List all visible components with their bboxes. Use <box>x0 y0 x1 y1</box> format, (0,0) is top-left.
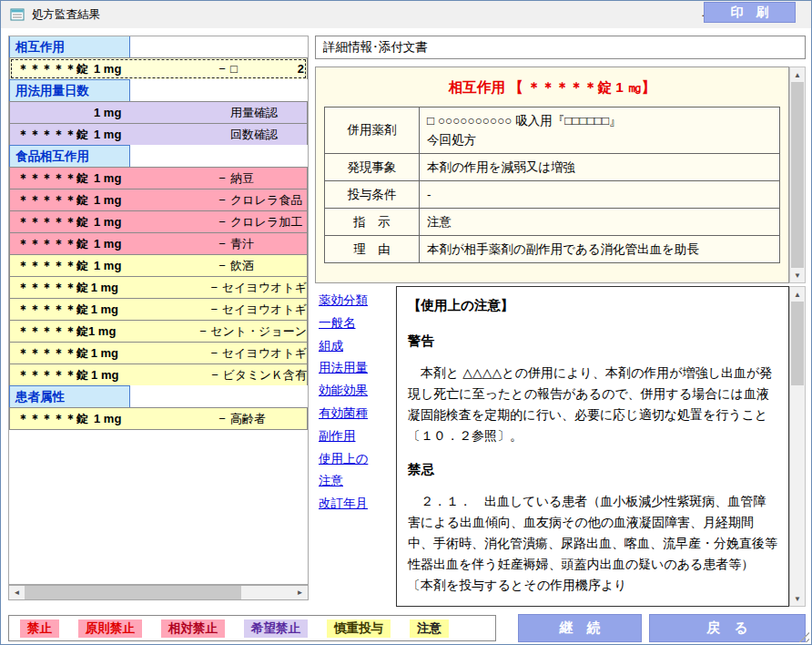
section-header: 用法用量日数 <box>9 79 130 102</box>
detail-row: 併用薬剤□ ○○○○○○○○○○ 吸入用『□□□□□□』 今回処方 <box>324 107 780 154</box>
back-button[interactable]: 戻 る <box>649 614 806 642</box>
doc-link[interactable]: 使用上の <box>319 448 395 471</box>
detail-row-label: 指 示 <box>325 209 420 235</box>
drug-dose: 1 mg <box>94 237 214 251</box>
scroll-up-icon[interactable]: ▲ <box>790 287 805 302</box>
dash-separator: − <box>214 171 230 185</box>
section-header: 食品相互作用 <box>9 145 130 168</box>
detail-row: 投与条件- <box>324 180 780 209</box>
drug-dose: 1 mg <box>94 171 214 185</box>
detail-row: 指 示注意 <box>324 208 780 236</box>
section-header-row: 患者属性 <box>9 385 308 408</box>
result-list: 相互作用＊＊＊＊＊錠1 mg−□2用法用量日数1 mg用量確認＊＊＊＊＊錠1 m… <box>9 36 308 430</box>
document-heading: 【使用上の注意】 <box>408 295 777 316</box>
drug-name: ＊＊＊＊＊錠 <box>10 367 91 384</box>
document-body: 警告本剤と △△△△との併用により、本剤の作用が増強し出血が発現し死亡に至ったと… <box>408 331 777 596</box>
print-button[interactable]: 印 刷 <box>704 2 796 23</box>
scroll-down-icon[interactable]: ▼ <box>790 268 805 282</box>
doc-link[interactable]: 薬効分類 <box>319 290 395 312</box>
doc-link[interactable]: 組成 <box>319 335 395 358</box>
document-scrollbar[interactable]: ▲ ▼ <box>789 286 806 607</box>
detail-row: 理 由本剤が相手薬剤の副作用である消化管出血を助長 <box>324 235 780 263</box>
result-row[interactable]: ＊＊＊＊＊錠1 mg−高齢者 <box>9 407 308 430</box>
doc-section-title: 警告 <box>408 331 777 352</box>
result-row[interactable]: ＊＊＊＊＊錠1 mg−納豆 <box>9 167 308 189</box>
drug-name: ＊＊＊＊＊錠 <box>10 258 94 274</box>
drug-name: ＊＊＊＊＊錠 <box>10 323 88 340</box>
detail-row-label: 投与条件 <box>325 181 420 208</box>
drug-name: ＊＊＊＊＊錠 <box>10 280 91 296</box>
result-row[interactable]: ＊＊＊＊＊錠1 mg−セイヨウオトギ <box>9 342 308 364</box>
dash-separator: − <box>207 281 222 294</box>
doc-links: 薬効分類一般名組成用法用量効能効果有効菌種副作用使用上の注意改訂年月 <box>319 290 395 516</box>
audit-result-list-panel: 相互作用＊＊＊＊＊錠1 mg−□2用法用量日数1 mg用量確認＊＊＊＊＊錠1 m… <box>8 36 309 585</box>
doc-link[interactable]: 効能効果 <box>319 380 395 403</box>
left-hscrollbar[interactable]: ◄ ► <box>8 585 309 600</box>
dash-separator: − <box>207 368 222 382</box>
detail-row-value: 注意 <box>420 209 779 235</box>
doc-link[interactable]: 副作用 <box>319 425 395 448</box>
drug-dose: 1 mg <box>94 412 214 425</box>
result-row[interactable]: ＊＊＊＊＊錠1 mg−セイヨウオトギ <box>9 298 308 321</box>
continue-button[interactable]: 継 続 <box>518 614 642 642</box>
detail-row-value: □ ○○○○○○○○○○ 吸入用『□□□□□□』 今回処方 <box>420 108 779 153</box>
detail-row-label: 併用薬剤 <box>325 108 420 153</box>
result-row[interactable]: ＊＊＊＊＊錠1 mg−青汁 <box>9 232 308 255</box>
scroll-left-icon[interactable]: ◄ <box>9 586 25 599</box>
detail-row: 発現事象本剤の作用を減弱又は増強 <box>324 153 780 181</box>
doc-link[interactable]: 改訂年月 <box>319 493 395 516</box>
interaction-item: 飲酒 <box>230 258 254 274</box>
legend-chip: 相対禁止 <box>161 619 225 638</box>
row-extra-value: 2 <box>298 62 307 76</box>
dash-separator: − <box>214 412 230 425</box>
section-header: 相互作用 <box>9 36 130 58</box>
section-header-row: 相互作用 <box>9 36 308 58</box>
doc-link[interactable]: 用法用量 <box>319 357 395 380</box>
result-row[interactable]: 1 mg用量確認 <box>9 101 308 124</box>
interaction-item: セイヨウオトギ <box>222 280 307 296</box>
result-row[interactable]: ＊＊＊＊＊錠1 mg−セント・ジョーン <box>9 320 308 343</box>
result-row[interactable]: ＊＊＊＊＊錠1 mg−ビタミンＫ含有 <box>9 363 308 386</box>
app-icon <box>10 7 25 22</box>
interaction-item: 青汁 <box>230 236 254 252</box>
result-row[interactable]: ＊＊＊＊＊錠1 mg回数確認 <box>9 123 308 146</box>
drug-dose: 1 mg <box>91 346 207 360</box>
drug-dose: 1 mg <box>94 62 214 76</box>
doc-link[interactable]: 一般名 <box>319 312 395 335</box>
document-scroll-thumb[interactable] <box>791 302 804 385</box>
section-header-row: 用法用量日数 <box>9 79 308 102</box>
scroll-right-icon[interactable]: ► <box>292 586 308 599</box>
document-scroll-track[interactable] <box>790 385 805 591</box>
doc-link[interactable]: 有効菌種 <box>319 403 395 425</box>
scroll-down-icon[interactable]: ▼ <box>790 591 805 606</box>
result-row[interactable]: ＊＊＊＊＊錠1 mg−飲酒 <box>9 254 308 277</box>
interaction-item: セイヨウオトギ <box>222 345 307 362</box>
drug-name: ＊＊＊＊＊錠 <box>10 127 94 143</box>
interaction-item: クロレラ加工 <box>230 214 302 230</box>
scroll-up-icon[interactable]: ▲ <box>790 67 805 82</box>
result-row[interactable]: ＊＊＊＊＊錠1 mg−クロレラ加工 <box>9 210 308 233</box>
dash-separator: − <box>207 302 222 316</box>
package-insert-document: 【使用上の注意】 警告本剤と △△△△との併用により、本剤の作用が増強し出血が発… <box>396 286 789 607</box>
detail-scroll-thumb[interactable] <box>791 82 804 268</box>
result-row[interactable]: ＊＊＊＊＊錠1 mg−セイヨウオトギ <box>9 276 308 299</box>
hscroll-thumb[interactable] <box>25 586 241 599</box>
interaction-item: クロレラ食品 <box>230 192 302 209</box>
drug-name: ＊＊＊＊＊錠 <box>10 302 91 318</box>
detail-scrollbar[interactable]: ▲ ▼ <box>789 67 806 283</box>
legend: 禁止原則禁止相対禁止希望禁止慎重投与注意 <box>8 615 496 641</box>
result-row[interactable]: ＊＊＊＊＊錠1 mg−クロレラ食品 <box>9 189 308 211</box>
result-row[interactable]: ＊＊＊＊＊錠1 mg−□2 <box>9 57 308 80</box>
drug-name: ＊＊＊＊＊錠 <box>10 411 94 427</box>
dash-separator: − <box>207 346 222 360</box>
dash-separator: − <box>214 259 230 272</box>
doc-link[interactable]: 注意 <box>319 470 395 493</box>
drug-dose: 1 mg <box>91 302 207 316</box>
section-header: 患者属性 <box>9 385 130 408</box>
section-header-row: 食品相互作用 <box>9 145 308 168</box>
interaction-item: 納豆 <box>230 170 254 187</box>
hscroll-track[interactable] <box>241 586 292 599</box>
detail-row-value: 本剤が相手薬剤の副作用である消化管出血を助長 <box>420 236 779 262</box>
detail-row-label: 発現事象 <box>325 154 420 180</box>
drug-dose: 1 mg <box>94 215 214 229</box>
